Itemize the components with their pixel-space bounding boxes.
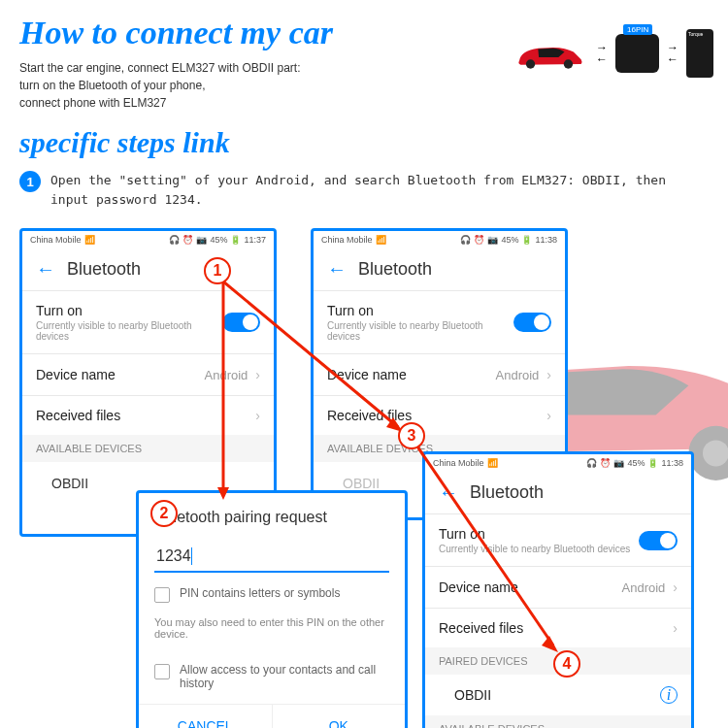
step-marker-2: 2 (150, 500, 178, 527)
svg-marker-11 (542, 636, 558, 652)
cancel-button[interactable]: CANCEL (139, 705, 273, 728)
chevron-right-icon: › (673, 579, 678, 595)
step-marker-3: 3 (398, 422, 425, 449)
phone-icon: Torque (686, 29, 713, 78)
arrows-icon: →← (667, 42, 678, 65)
checkbox-icon[interactable] (154, 587, 170, 603)
bluetooth-toggle[interactable] (639, 531, 678, 550)
svg-point-4 (526, 59, 535, 68)
obd-device-icon: 16PIN (615, 34, 659, 73)
svg-point-3 (703, 440, 728, 466)
checkbox-icon[interactable] (154, 664, 170, 679)
paired-device-item[interactable]: OBDII i (425, 675, 691, 715)
screen-title: Bluetooth (67, 259, 141, 280)
flow-arrow (417, 447, 563, 655)
section-heading: specific steps link (19, 126, 709, 159)
svg-point-5 (564, 59, 573, 68)
car-icon (511, 37, 588, 71)
chevron-right-icon: › (673, 620, 678, 636)
back-icon[interactable]: ← (36, 258, 55, 281)
status-bar: China Mobile📶 🎧⏰📷45%🔋11:37 (22, 231, 274, 248)
bluetooth-toggle[interactable] (513, 313, 551, 332)
ok-button[interactable]: OK (273, 705, 406, 728)
allow-contacts-checkbox-row[interactable]: Allow access to your contacts and call h… (139, 649, 405, 704)
back-icon[interactable]: ← (327, 258, 347, 281)
chevron-right-icon: › (546, 408, 551, 423)
dialog-title: Bluetooth pairing request (139, 493, 405, 542)
arrows-icon: →← (596, 42, 608, 65)
available-devices-label: AVAILABLE DEVICES (425, 715, 691, 728)
available-devices-label: AVAILABLE DEVICES (22, 435, 274, 462)
svg-line-10 (417, 447, 553, 645)
screen-title: Bluetooth (358, 259, 432, 280)
svg-marker-7 (217, 487, 229, 500)
step-marker-1: 1 (204, 257, 231, 284)
step-marker-4: 4 (553, 650, 580, 678)
pin-input[interactable]: 1234 (154, 542, 389, 573)
svg-line-8 (223, 281, 398, 427)
connection-diagram: →← 16PIN →← Torque (511, 29, 713, 78)
status-bar: China Mobile📶 🎧⏰📷45%🔋11:38 (314, 231, 565, 248)
info-icon[interactable]: i (660, 686, 678, 704)
chevron-right-icon: › (546, 367, 551, 382)
step-number-badge: 1 (19, 171, 41, 192)
flow-arrow (223, 281, 408, 437)
pin-letters-checkbox-row[interactable]: PIN contains letters or symbols (139, 573, 405, 616)
screenshot-3-dialog: Bluetooth pairing request 1234 PIN conta… (136, 490, 408, 728)
dialog-hint: You may also need to enter this PIN on t… (139, 616, 405, 649)
